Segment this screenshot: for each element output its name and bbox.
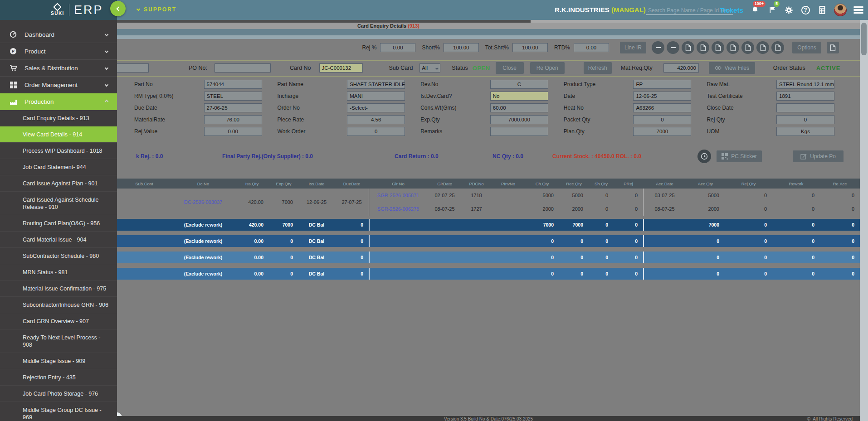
sidebar-item-product[interactable]: P Product: [0, 43, 117, 60]
detail-field-input[interactable]: 0: [633, 115, 691, 124]
sidebar-subitem[interactable]: Card GRN Overview - 907: [0, 313, 117, 329]
hidden-left-input[interactable]: [117, 63, 149, 73]
dc-no-link[interactable]: DC-2526-003037: [171, 199, 235, 205]
sidebar-subitem[interactable]: Card Enquiry Details - 913: [0, 110, 117, 126]
sidebar-subitem[interactable]: Job Card Photo Storage - 976: [0, 386, 117, 402]
sidebar-subitem[interactable]: Rejection Entry - 435: [0, 369, 117, 386]
refresh-button[interactable]: Refresh: [584, 62, 612, 74]
card-no-input[interactable]: JC-C000132: [319, 63, 363, 73]
hamburger-menu-icon[interactable]: [853, 6, 863, 14]
sidebar-subitem[interactable]: View Card Details - 914: [0, 126, 117, 143]
column-header[interactable]: Rej.Qty: [725, 181, 772, 186]
report-pdf-button-2[interactable]: [697, 41, 709, 54]
po-no-input[interactable]: [215, 63, 271, 73]
sidebar-subitem[interactable]: Ready To Next Level Process - 908: [0, 329, 117, 353]
detail-field-input[interactable]: 574044: [204, 80, 262, 89]
toolbar-field-input[interactable]: 0.00: [380, 43, 415, 52]
report-pdf-button-5[interactable]: [741, 41, 754, 54]
detail-field-input[interactable]: 4.56: [347, 115, 405, 124]
column-header[interactable]: Acc.Qty: [686, 181, 725, 186]
toolbar-field-input[interactable]: 0.00: [574, 43, 609, 52]
column-header[interactable]: Iss.Qty: [235, 181, 269, 186]
tab-card-enquiry-details[interactable]: Card Enquiry Details (913): [357, 23, 419, 29]
sidebar-subitem[interactable]: Material Issue Confirmation - 975: [0, 281, 117, 297]
column-header[interactable]: GirDate: [428, 181, 462, 186]
column-header[interactable]: PInvNo: [491, 181, 525, 186]
column-header[interactable]: Sh.Qty: [589, 181, 614, 186]
detail-field-input[interactable]: 1891: [776, 92, 834, 101]
toolbar-field-input[interactable]: 100.00: [512, 43, 548, 52]
sidebar-subitem[interactable]: Process WIP Dashboard - 1018: [0, 143, 117, 159]
detail-field-input[interactable]: -Select-: [347, 103, 405, 112]
column-header[interactable]: PRej: [614, 181, 643, 186]
detail-field-input[interactable]: [490, 127, 548, 136]
detail-field-input[interactable]: [776, 103, 834, 112]
user-avatar[interactable]: [834, 4, 847, 16]
sidebar-item-sales-distribution[interactable]: Sales & Distribution: [0, 60, 117, 77]
column-header[interactable]: DueDate: [335, 181, 369, 186]
app-logo[interactable]: SUKI ERP: [0, 0, 117, 20]
vertical-scrollbar[interactable]: [860, 20, 868, 421]
sidebar-subitem[interactable]: MRN Status - 981: [0, 264, 117, 281]
detail-field-input[interactable]: 60.00: [490, 103, 548, 112]
detail-field-input[interactable]: 0: [776, 115, 834, 124]
sidebar-subitem[interactable]: SubContractor Schedule - 980: [0, 248, 117, 264]
export-pdf-button[interactable]: [827, 42, 839, 53]
help-button[interactable]: ?: [800, 5, 810, 15]
detail-field-input[interactable]: 7000: [633, 127, 691, 136]
detail-field-input[interactable]: 0: [347, 127, 405, 136]
gir-no-link[interactable]: SGR-2526-005871: [369, 193, 428, 198]
sidebar-subitem[interactable]: Middle Stage Issue - 909: [0, 353, 117, 369]
update-po-button[interactable]: Update Po: [793, 150, 844, 162]
sidebar-subitem[interactable]: Card Issued Against Schedule Release - 9…: [0, 192, 117, 215]
report-pdf-button-6[interactable]: [756, 41, 769, 54]
sidebar-subitem[interactable]: Routing Card Plan(O&G) - 956: [0, 215, 117, 232]
report-pdf-button-4[interactable]: [727, 41, 739, 54]
calculator-button[interactable]: [817, 5, 827, 15]
remove-button-2[interactable]: [667, 41, 679, 54]
column-header[interactable]: Sub.Cont: [117, 181, 171, 186]
remove-button[interactable]: [652, 41, 664, 54]
detail-field-input[interactable]: MANI: [347, 92, 405, 101]
detail-field-input[interactable]: STEEL Round 12.1 mm: [776, 80, 834, 89]
history-button[interactable]: [697, 150, 711, 163]
sidebar-subitem[interactable]: Job Card Statement- 944: [0, 159, 117, 175]
sub-card-select[interactable]: All: [419, 63, 440, 73]
column-header[interactable]: Rec.Qty: [559, 181, 589, 186]
tickets-link[interactable]: Tickets: [720, 6, 743, 14]
sidebar-item-order-management[interactable]: Order Management: [0, 77, 117, 93]
report-pdf-button-1[interactable]: [682, 41, 694, 54]
detail-field-input[interactable]: Kgs: [776, 127, 834, 136]
sidebar-collapse-button[interactable]: [110, 1, 126, 16]
column-header[interactable]: Dc.No: [171, 181, 235, 186]
line-ir-button[interactable]: Line IR: [620, 42, 646, 53]
report-pdf-button-7[interactable]: [771, 41, 784, 54]
detail-field-input[interactable]: 12-06-25: [633, 92, 691, 101]
column-header[interactable]: Rework: [772, 181, 820, 186]
detail-field-input[interactable]: 76.00: [204, 115, 262, 124]
column-header[interactable]: Iss.Date: [298, 181, 335, 186]
sidebar-subitem[interactable]: Middle Stage Group DC Issue - 969: [0, 402, 117, 421]
report-pdf-button-3[interactable]: [712, 41, 724, 54]
gir-no-link[interactable]: SGR-2526-006275: [369, 206, 428, 212]
view-files-button[interactable]: View Files: [709, 62, 755, 74]
options-button[interactable]: Options: [792, 42, 821, 53]
close-button[interactable]: Close: [496, 62, 524, 74]
support-menu[interactable]: SUPPORT: [137, 6, 176, 13]
sidebar-subitem[interactable]: Subcontractor/Inhouse GRN - 906: [0, 297, 117, 313]
detail-field-input[interactable]: C: [490, 80, 548, 89]
detail-field-input[interactable]: 0.00: [204, 127, 262, 136]
detail-field-input[interactable]: FP: [633, 80, 691, 89]
detail-field-input[interactable]: 27-06-25: [204, 103, 262, 112]
detail-field-input[interactable]: STEEL: [204, 92, 262, 101]
sidebar-item-dashboard[interactable]: Dashboard: [0, 26, 117, 43]
reopen-button[interactable]: Re Open: [530, 62, 565, 74]
column-header[interactable]: Gir No: [369, 181, 428, 186]
notifications-bell[interactable]: 100+: [750, 5, 760, 15]
pc-sticker-button[interactable]: PC Sticker: [717, 150, 762, 162]
sidebar-item-production[interactable]: Production: [0, 93, 117, 110]
detail-field-input[interactable]: 7000.000: [490, 115, 548, 124]
column-header[interactable]: Ch.Qty: [525, 181, 559, 186]
column-header[interactable]: Re.Acc: [820, 181, 860, 186]
column-header[interactable]: PDCNo: [462, 181, 491, 186]
